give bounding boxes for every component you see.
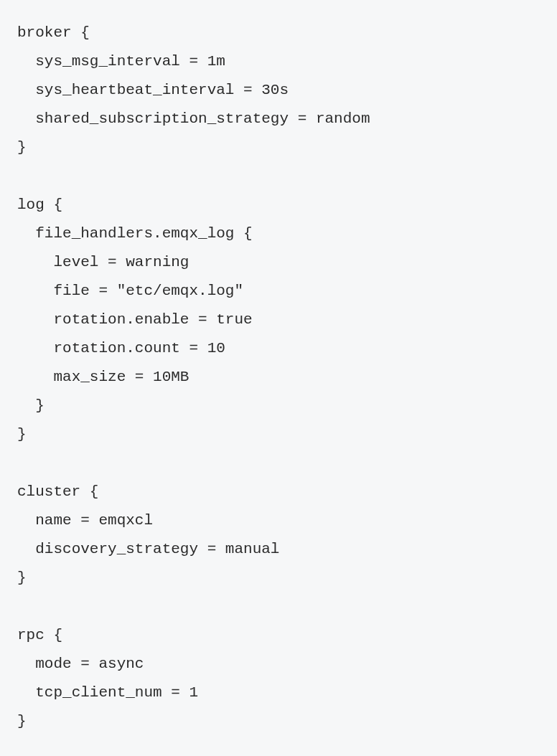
- broker-sys-msg-interval: sys_msg_interval = 1m: [35, 53, 225, 70]
- rpc-close: }: [17, 713, 27, 729]
- broker-sys-heartbeat-interval: sys_heartbeat_interval = 30s: [35, 82, 289, 98]
- rpc-mode: mode = async: [35, 656, 144, 672]
- rpc-open: rpc {: [17, 627, 62, 643]
- log-level: level = warning: [53, 254, 189, 270]
- cluster-open: cluster {: [17, 483, 98, 500]
- log-handler-open: file_handlers.emqx_log {: [35, 225, 252, 242]
- config-code-block: broker { sys_msg_interval = 1m sys_heart…: [17, 19, 540, 736]
- broker-close: }: [17, 139, 27, 156]
- rpc-tcp-client-num: tcp_client_num = 1: [35, 684, 198, 701]
- broker-shared-subscription-strategy: shared_subscription_strategy = random: [35, 110, 370, 127]
- broker-open: broker {: [17, 24, 90, 41]
- cluster-name: name = emqxcl: [35, 512, 153, 529]
- cluster-discovery-strategy: discovery_strategy = manual: [35, 541, 279, 557]
- log-close: }: [17, 426, 27, 443]
- log-handler-close: }: [35, 397, 45, 414]
- log-max-size: max_size = 10MB: [53, 369, 189, 385]
- log-rotation-count: rotation.count = 10: [53, 340, 225, 356]
- log-rotation-enable: rotation.enable = true: [53, 311, 252, 328]
- cluster-close: }: [17, 570, 27, 586]
- log-file: file = "etc/emqx.log": [53, 283, 243, 299]
- log-open: log {: [17, 197, 62, 213]
